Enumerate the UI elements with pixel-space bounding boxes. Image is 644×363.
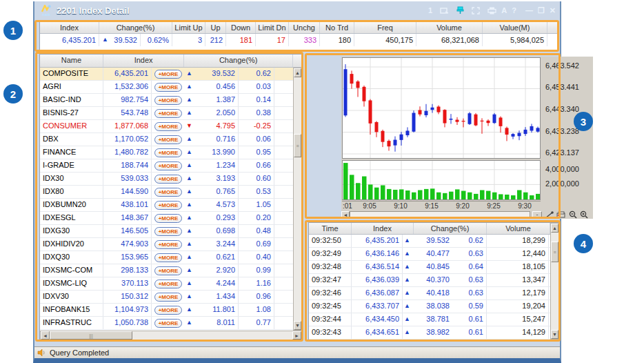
index-row[interactable]: AGRI1,532.306+MORE▲0.4560.03 xyxy=(40,81,294,94)
index-name: INFOBANK15 xyxy=(40,304,103,316)
more-button[interactable]: +MORE xyxy=(154,161,183,170)
index-row[interactable]: INFRASTRUC1,050.738+MORE▲8.0110.77 xyxy=(40,317,294,330)
index-value: 1,480.782 xyxy=(103,146,152,159)
scroll-thumb[interactable]: ||| xyxy=(50,331,132,340)
index-row[interactable]: COMPOSITE6,435.201+MORE▲39.5320.62 xyxy=(40,68,294,81)
index-row[interactable]: CONSUMER1,877.068+MORE▼4.795-0.25 xyxy=(40,120,294,133)
more-button[interactable]: +MORE xyxy=(154,135,183,144)
index-change: 3.193 xyxy=(196,173,239,185)
index-row[interactable]: IDX80144.590+MORE▲0.7650.53 xyxy=(40,186,294,199)
more-button[interactable]: +MORE xyxy=(154,214,183,223)
chart-scrollbar-track[interactable] xyxy=(350,211,530,219)
up-arrow-icon: ▲ xyxy=(185,107,196,119)
more-button[interactable]: +MORE xyxy=(154,253,183,262)
more-button[interactable]: +MORE xyxy=(154,266,183,275)
tick-list-vertical-scrollbar[interactable]: ▲ ≡ ▼ xyxy=(550,223,559,340)
more-button[interactable]: +MORE xyxy=(154,319,183,328)
tick-row[interactable]: 09:32:446,434.450▲38.7810.6115,247 xyxy=(309,313,550,326)
scroll-down-button[interactable]: ▼ xyxy=(294,321,301,330)
desktop: naik 2201 Index Detail 1 A ? — xyxy=(0,0,644,363)
index-row[interactable]: IDXESGL148.367+MORE▲0.2930.20 xyxy=(40,212,294,225)
scroll-thumb[interactable]: ≡ xyxy=(294,134,301,157)
tick-row[interactable]: 09:32:476,436.039▲40.3700.6313,347 xyxy=(309,274,550,287)
zoom-out-icon[interactable] xyxy=(569,210,577,219)
more-button[interactable]: +MORE xyxy=(154,306,183,315)
summary-value-m: 5,984,025 xyxy=(483,34,547,46)
more-button[interactable]: +MORE xyxy=(154,96,183,105)
maximize-button[interactable]: ❒ xyxy=(538,6,545,14)
index-row[interactable]: IDXV30150.312+MORE▲1.4340.96 xyxy=(40,291,294,304)
index-row[interactable]: FINANCE1,480.782+MORE▲13.9900.95 xyxy=(40,146,294,159)
more-button[interactable]: +MORE xyxy=(154,240,183,249)
chart-settings-icon[interactable] xyxy=(556,211,566,219)
tick-row[interactable]: 09:32:486,436.514▲40.8450.6418,105 xyxy=(309,261,550,274)
index-row[interactable]: IDXBUMN20438.101+MORE▲4.5731.05 xyxy=(40,199,294,212)
minimize-button[interactable]: — xyxy=(525,6,533,14)
pin-icon[interactable] xyxy=(456,6,464,14)
summary-column-header: Change(%) xyxy=(99,22,172,33)
index-change: 4.573 xyxy=(196,199,239,211)
index-row[interactable]: IDXHIDIV20474.903+MORE▲3.2440.69 xyxy=(40,238,294,251)
more-button[interactable]: +MORE xyxy=(154,83,183,92)
fullscreen-icon[interactable] xyxy=(472,7,480,14)
index-value: 474.903 xyxy=(103,238,152,251)
trendline-tool-icon[interactable] xyxy=(545,211,554,219)
speaker-icon[interactable] xyxy=(37,349,46,357)
tick-row[interactable]: 09:32:506,435.201▲39.5320.6218,299 xyxy=(309,235,550,248)
more-button[interactable]: +MORE xyxy=(154,109,183,118)
index-row[interactable]: BISNIS-27543.748+MORE▲2.0500.38 xyxy=(40,107,294,120)
index-row[interactable]: INFOBANK151,104.973+MORE▲11.8011.08 xyxy=(40,304,294,317)
index-list-horizontal-scrollbar[interactable]: ◄ ||| ► xyxy=(40,331,302,340)
index-list-vertical-scrollbar[interactable]: ▲ ≡ ▼ xyxy=(293,68,302,331)
more-button[interactable]: +MORE xyxy=(154,227,183,236)
scroll-up-button[interactable]: ▲ xyxy=(294,68,301,77)
filler-cell xyxy=(274,238,294,251)
index-row[interactable]: DBX1,170.052+MORE▲0.7160.06 xyxy=(40,133,294,146)
up-arrow-icon: ▲ xyxy=(403,300,414,313)
tick-row[interactable]: 09:32:436,434.651▲38.9820.6114,129 xyxy=(309,326,550,340)
summary-column-header: Index xyxy=(40,22,99,33)
more-button[interactable]: +MORE xyxy=(154,279,183,288)
index-row[interactable]: BASIC-IND982.754+MORE▲1.3870.14 xyxy=(40,94,294,107)
duplicate-window-icon[interactable] xyxy=(440,7,449,14)
help-icon[interactable]: ? xyxy=(512,6,516,14)
tick-column-header: Index xyxy=(352,223,414,234)
index-row[interactable]: IDXSMC-LIQ370.113+MORE▲4.2441.16 xyxy=(40,277,294,291)
more-button[interactable]: +MORE xyxy=(154,70,183,79)
scroll-right-button[interactable]: ► xyxy=(292,331,301,340)
scroll-left-button[interactable]: ◄ xyxy=(41,331,50,340)
index-row[interactable]: I-GRADE188.744+MORE▲1.2340.66 xyxy=(40,159,294,173)
up-arrow-icon: ▲ xyxy=(403,261,414,273)
more-button[interactable]: +MORE xyxy=(154,188,183,197)
more-button[interactable]: +MORE xyxy=(154,122,183,131)
tick-row[interactable]: 09:32:456,433.707▲38.0380.5919,204 xyxy=(309,300,550,313)
more-button[interactable]: +MORE xyxy=(154,175,183,184)
chart-collapse-button[interactable]: - xyxy=(532,211,542,219)
tick-row[interactable]: 09:32:496,436.146▲40.4770.6312,440 xyxy=(309,248,550,261)
tick-row[interactable]: 09:32:466,436.087▲40.4180.6312,179 xyxy=(309,287,550,300)
more-button[interactable]: +MORE xyxy=(154,293,183,302)
scroll-down-button[interactable]: ▼ xyxy=(551,330,559,339)
zoom-in-icon[interactable] xyxy=(580,210,588,219)
print-icon[interactable] xyxy=(487,7,496,14)
tick-time: 09:32:43 xyxy=(309,326,352,339)
index-row[interactable]: IDXSMC-COM298.133+MORE▲2.9200.99 xyxy=(40,264,294,277)
more-button[interactable]: +MORE xyxy=(154,201,183,210)
tick-volume: 12,179 xyxy=(487,287,549,300)
summary-index: 6,435.201 xyxy=(40,34,99,46)
font-size-icon[interactable]: A xyxy=(501,6,507,14)
titlebar[interactable]: naik 2201 Index Detail 1 A ? — xyxy=(34,1,560,19)
index-change-pct: 0.40 xyxy=(239,251,274,264)
index-row[interactable]: IDX30539.033+MORE▲3.1930.60 xyxy=(40,173,294,186)
scroll-up-button[interactable]: ▲ xyxy=(551,224,559,233)
index-row[interactable]: IDXQ30153.965+MORE▲0.6210.40 xyxy=(40,251,294,264)
chart-scroll-left-button[interactable]: ◄ xyxy=(341,211,350,219)
scroll-thumb[interactable]: ≡ xyxy=(551,242,559,262)
more-cell: +MORE xyxy=(152,159,185,172)
close-button[interactable]: ✕ xyxy=(550,6,556,14)
tick-change: 40.370 xyxy=(414,274,452,286)
more-button[interactable]: +MORE xyxy=(154,148,183,157)
index-row[interactable]: IDXG30146.505+MORE▲0.6980.48 xyxy=(40,225,294,238)
time-axis-label: :01 xyxy=(343,202,352,210)
titlebar-buttons: 1 A ? — ❒ ✕ xyxy=(428,6,556,14)
